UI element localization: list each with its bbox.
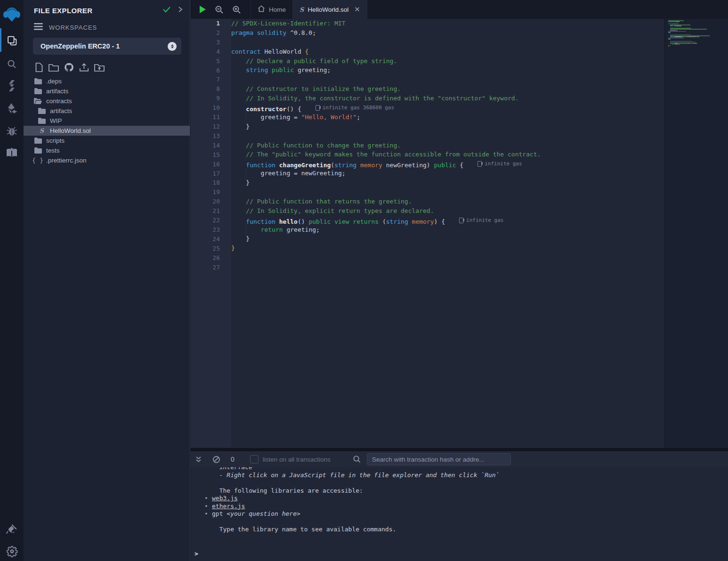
tree-item-artifacts[interactable]: artifacts: [24, 86, 190, 96]
file-tree: .deps artifacts contracts artifacts WIP …: [24, 76, 190, 165]
git-status-check-icon[interactable]: [162, 6, 171, 15]
terminal-line: •web3.js: [191, 495, 728, 503]
code-line: }: [231, 234, 664, 244]
code-line: // In Solidity, the constructor is defin…: [231, 94, 664, 103]
plugin-manager-icon[interactable]: [0, 519, 24, 538]
terminal-prompt[interactable]: >: [191, 550, 728, 558]
zoom-in-icon[interactable]: [232, 5, 241, 14]
run-script-play-icon[interactable]: [199, 5, 206, 14]
terminal-toolbar: 0 listen on all transactions: [191, 451, 728, 467]
code-line: [231, 131, 664, 141]
terminal-lines: interface - Right click on a JavaScript …: [191, 467, 728, 534]
code-line: // Constructor to initialize the greetin…: [231, 84, 664, 94]
code-line: return greeting;: [231, 225, 664, 235]
code-line: [231, 187, 664, 197]
listen-transactions-checkbox[interactable]: [250, 455, 259, 463]
gas-estimate-badge: infinite gas: [477, 159, 522, 169]
tree-item-helloworld-sol[interactable]: S HelloWorld.sol: [24, 126, 190, 136]
code-line: contract HelloWorld {: [231, 47, 664, 57]
home-icon: [258, 5, 265, 14]
workspace-select[interactable]: OpenZeppelin ERC20 - 1: [33, 38, 181, 55]
new-file-icon[interactable]: [34, 62, 44, 73]
code-line: [231, 38, 664, 47]
tab-home[interactable]: Home: [251, 0, 293, 19]
code-line: // Public function to change the greetin…: [231, 141, 664, 150]
tree-item-contracts[interactable]: contracts: [24, 96, 190, 106]
tree-item-contracts-artifacts[interactable]: artifacts: [24, 106, 190, 116]
code-line: constructor() {infinite gas 368600 gas: [231, 103, 664, 113]
expand-terminal-icon[interactable]: [195, 456, 202, 463]
file-explorer-icon[interactable]: [0, 31, 24, 50]
remix-logo-icon[interactable]: [0, 4, 24, 25]
clone-github-icon[interactable]: [64, 62, 74, 73]
line-numbers: 1234567891011121314151617181920212223242…: [191, 19, 231, 448]
solidity-file-icon: S: [38, 128, 46, 134]
tree-item-scripts[interactable]: scripts: [24, 136, 190, 146]
code-line: [231, 262, 664, 272]
folder-icon: [34, 138, 42, 144]
code-line: [231, 75, 664, 84]
folder-icon: [34, 147, 42, 154]
library-link[interactable]: ethers.js: [212, 503, 245, 510]
workspaces-label: WORKSPACES: [49, 24, 97, 31]
tree-item-prettierrc[interactable]: { } .prettierrc.json: [24, 155, 190, 165]
folder-icon: [34, 78, 42, 84]
tree-item-deps[interactable]: .deps: [24, 76, 190, 86]
file-actions: [24, 55, 190, 75]
gas-pump-icon: [459, 218, 463, 223]
minimap-content: [668, 20, 725, 49]
terminal-line: •gpt <your question here>: [191, 510, 728, 518]
new-folder-icon[interactable]: [48, 62, 59, 73]
code-line: // In Solidity, explicit return types ar…: [231, 206, 664, 216]
terminal-search-icon: [353, 455, 361, 463]
upload-folder-icon[interactable]: [94, 62, 105, 73]
code-editor[interactable]: 1234567891011121314151617181920212223242…: [191, 19, 728, 448]
editor-tabbar: Home S HelloWorld.sol ✕: [191, 0, 728, 19]
settings-gear-icon[interactable]: [0, 542, 24, 561]
minimap[interactable]: [664, 19, 728, 448]
code-line: string public greeting;: [231, 65, 664, 75]
code-line: // The "public" keyword makes the functi…: [231, 150, 664, 159]
deploy-run-icon[interactable]: [0, 99, 24, 118]
terminal-resize-handle[interactable]: [191, 448, 728, 451]
code-line: greeting = newGreeting;: [231, 169, 664, 178]
library-link[interactable]: web3.js: [212, 495, 238, 502]
terminal-line: Type the library name to see available c…: [191, 526, 728, 534]
panel-title: FILE EXPLORER: [34, 7, 156, 15]
terminal-output[interactable]: interface - Right click on a JavaScript …: [191, 467, 728, 561]
folder-icon: [38, 108, 46, 114]
tree-item-tests[interactable]: tests: [24, 146, 190, 155]
folder-icon: [38, 118, 46, 124]
workspaces-menu-icon[interactable]: [34, 23, 43, 32]
terminal-search-input[interactable]: [367, 453, 511, 465]
code-line: greeting = "Hello, World!";: [231, 113, 664, 122]
gas-estimate-badge: infinite gas 368600 gas: [315, 103, 394, 113]
remix-ide-window: FILE EXPLORER WORKSPACES OpenZeppelin ER…: [0, 0, 728, 561]
clear-console-icon[interactable]: [212, 455, 220, 463]
folder-icon: [34, 88, 42, 94]
terminal-line: •ethers.js: [191, 503, 728, 511]
code-line: }: [231, 244, 664, 253]
terminal-line: - Right click on a JavaScript file in th…: [191, 472, 728, 480]
close-tab-icon[interactable]: ✕: [354, 5, 360, 14]
activity-bar: [0, 0, 24, 561]
move-panel-chevron-icon[interactable]: [178, 6, 183, 15]
upload-file-icon[interactable]: [79, 62, 89, 73]
tree-item-wip[interactable]: WIP: [24, 116, 190, 126]
tab-helloworld-sol[interactable]: S HelloWorld.sol ✕: [293, 0, 367, 19]
learneth-book-icon[interactable]: [0, 143, 24, 162]
code-line: }: [231, 178, 664, 187]
code-line: [231, 253, 664, 262]
solidity-compiler-icon[interactable]: [0, 76, 24, 95]
code-line: // Declare a public field of type string…: [231, 57, 664, 66]
zoom-out-icon[interactable]: [215, 5, 224, 14]
debugger-icon[interactable]: [0, 122, 24, 140]
folder-open-icon: [34, 98, 42, 104]
gas-pump-icon: [315, 105, 320, 111]
code-line: // SPDX-License-Identifier: MIT: [231, 19, 664, 28]
braces-icon: { }: [34, 158, 42, 163]
terminal-panel: 0 listen on all transactions interface -…: [191, 451, 728, 561]
search-icon[interactable]: [0, 55, 24, 73]
workspace-name: OpenZeppelin ERC20 - 1: [40, 42, 168, 50]
terminal-line: The following libraries are accessible:: [191, 487, 728, 495]
